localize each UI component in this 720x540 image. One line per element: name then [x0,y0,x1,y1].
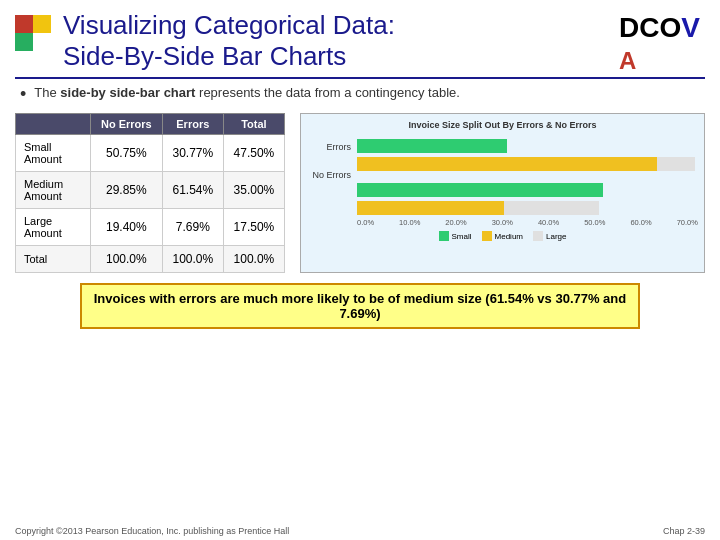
legend-medium-box [482,231,492,241]
cell-label: Small Amount [16,135,91,172]
cell-label: Total [16,246,91,273]
row-label-errors: Errors [307,142,351,152]
x-label-50: 50.0% [584,218,605,227]
legend-medium-label: Medium [495,232,523,241]
dco-a: A [619,47,636,74]
legend-large: Large [533,231,566,241]
table-row: Medium Amount 29.85% 61.54% 35.00% [16,172,285,209]
cell-errors: 100.0% [162,246,223,273]
footer-chapter: Chap 2-39 [663,526,705,536]
x-label-40: 40.0% [538,218,559,227]
bullet-normal: The [34,85,60,100]
header-divider [15,77,705,79]
chart-title: Invoice Size Split Out By Errors & No Er… [307,120,698,130]
table-row: Large Amount 19.40% 7.69% 17.50% [16,209,285,246]
chart-inner: Errors No Errors 0.0% 10.0% 20.0% 30.0% [307,136,698,241]
bar-errors-large [657,157,695,171]
bar-errors-small [357,139,507,153]
chart-container: Invoice Size Split Out By Errors & No Er… [300,113,705,273]
bullet-dot: • [20,85,26,103]
icon-green [15,33,33,51]
cell-errors: 61.54% [162,172,223,209]
bullet-bold: side-by side-bar chart [60,85,195,100]
title-line2: Side-By-Side Bar Charts [63,41,346,71]
icon-yellow [33,15,51,33]
main-content: No Errors Errors Total Small Amount 50.7… [0,109,720,277]
cell-no-errors: 29.85% [91,172,163,209]
x-label-0: 0.0% [357,218,374,227]
bullet-section: • The side-by side-bar chart represents … [0,85,720,109]
bullet-content: The side-by side-bar chart represents th… [34,85,460,100]
cell-total: 35.00% [223,172,284,209]
col-header-errors: Errors [162,114,223,135]
header: Visualizing Categorical Data: Side-By-Si… [0,0,720,77]
icon-red [15,15,33,33]
no-errors-bar-group [357,180,698,216]
legend-large-box [533,231,543,241]
cell-total: 17.50% [223,209,284,246]
bar-noerrors-medium [357,201,504,215]
bar-noerrors-large [504,201,599,215]
row-label-no-errors: No Errors [307,170,351,180]
bullet-after: represents the data from a contingency t… [195,85,460,100]
cell-no-errors: 100.0% [91,246,163,273]
cell-no-errors: 19.40% [91,209,163,246]
title-line1: Visualizing Categorical Data: [63,10,395,40]
footer: Copyright ©2013 Pearson Education, Inc. … [15,526,705,536]
legend-small-box [439,231,449,241]
col-header-total: Total [223,114,284,135]
bullet-text: • The side-by side-bar chart represents … [20,85,700,103]
x-label-60: 60.0% [630,218,651,227]
chart-rows: Errors No Errors [307,136,698,216]
cell-no-errors: 50.75% [91,135,163,172]
highlight-box: Invoices with errors are much more likel… [80,283,640,329]
legend-small-label: Small [452,232,472,241]
col-header-label [16,114,91,135]
legend-large-label: Large [546,232,566,241]
x-label-20: 20.0% [445,218,466,227]
header-icon [15,15,51,51]
data-table: No Errors Errors Total Small Amount 50.7… [15,113,285,273]
cell-errors: 7.69% [162,209,223,246]
x-label-30: 30.0% [492,218,513,227]
page-title: Visualizing Categorical Data: Side-By-Si… [63,10,705,72]
table-row: Small Amount 50.75% 30.77% 47.50% [16,135,285,172]
cell-label: Medium Amount [16,172,91,209]
legend-small: Small [439,231,472,241]
errors-bar-group [357,136,698,172]
cell-label: Large Amount [16,209,91,246]
dco-text: DCO [619,12,681,43]
legend-medium: Medium [482,231,523,241]
cell-total: 47.50% [223,135,284,172]
dco-v: V [681,12,700,43]
highlight-text: Invoices with errors are much more likel… [94,291,627,321]
footer-copyright: Copyright ©2013 Pearson Education, Inc. … [15,526,289,536]
table-container: No Errors Errors Total Small Amount 50.7… [15,113,285,273]
chart-legend: Small Medium Large [307,231,698,241]
col-header-no-errors: No Errors [91,114,163,135]
bar-noerrors-small [357,183,603,197]
cell-errors: 30.77% [162,135,223,172]
x-axis-labels: 0.0% 10.0% 20.0% 30.0% 40.0% 50.0% 60.0%… [357,218,698,227]
x-label-10: 10.0% [399,218,420,227]
dco-label: DCOV A [619,12,700,76]
bar-errors-medium [357,157,657,171]
x-label-70: 70.0% [677,218,698,227]
cell-total: 100.0% [223,246,284,273]
table-row: Total 100.0% 100.0% 100.0% [16,246,285,273]
